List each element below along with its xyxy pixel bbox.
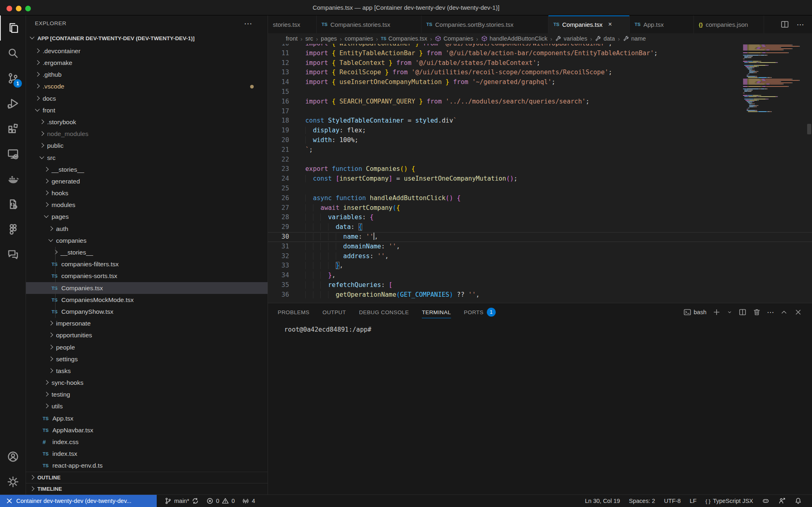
breadcrumb-item-variables[interactable]: variables xyxy=(555,35,587,42)
code-line-24[interactable]: 24 const [insertCompany] = useInsertOneC… xyxy=(268,174,812,184)
tree-folder-tasks[interactable]: tasks xyxy=(26,365,268,377)
tree-folder-.devcontainer[interactable]: .devcontainer xyxy=(26,45,268,57)
maximize-panel-icon[interactable] xyxy=(780,308,788,316)
tree-file-index.tsx[interactable]: TSindex.tsx xyxy=(26,448,268,460)
shell-selector[interactable]: bash xyxy=(683,308,706,316)
editor-tab-Companies.sortBy.stories.tsx[interactable]: TSCompanies.sortBy.stories.tsx xyxy=(421,15,549,33)
eol-status[interactable]: LF xyxy=(685,498,701,504)
notifications-status[interactable] xyxy=(790,497,806,505)
tree-folder-testing[interactable]: testing xyxy=(26,389,268,401)
figma-icon[interactable] xyxy=(0,217,26,242)
indentation-status[interactable]: Spaces: 2 xyxy=(624,498,660,504)
new-terminal-icon[interactable] xyxy=(713,308,721,316)
tree-folder-auth[interactable]: auth xyxy=(26,223,268,235)
tree-folder-.ergomake[interactable]: .ergomake xyxy=(26,57,268,69)
split-editor-icon[interactable] xyxy=(780,20,789,29)
extensions-icon[interactable] xyxy=(0,116,26,141)
code-line-12[interactable]: 12import { TableContext } from '@/ui/tab… xyxy=(268,58,812,68)
tree-folder-generated[interactable]: generated xyxy=(26,175,268,187)
remote-indicator[interactable]: Container dev-twenty-dev (dev-twenty-dev… xyxy=(0,495,157,507)
panel-tab-terminal[interactable]: TERMINAL xyxy=(422,303,451,321)
dev-containers-icon[interactable] xyxy=(0,192,26,217)
editor-scrollbar[interactable] xyxy=(807,124,811,134)
tree-file-Companies.tsx[interactable]: TSCompanies.tsx xyxy=(26,282,268,294)
breadcrumb-item-handleAddButtonClick[interactable]: handleAddButtonClick xyxy=(481,35,548,42)
tree-file-index.css[interactable]: #index.css xyxy=(26,436,268,448)
explorer-icon[interactable] xyxy=(0,15,26,41)
tree-folder-modules[interactable]: modules xyxy=(26,199,268,211)
panel-more-icon[interactable]: ⋯ xyxy=(767,308,774,317)
tree-folder-.github[interactable]: .github xyxy=(26,69,268,81)
editor-tab-stories.tsx[interactable]: stories.tsx xyxy=(268,15,317,33)
code-line-22[interactable]: 22 xyxy=(268,155,812,165)
code-line-10[interactable]: 10import { WithTopBarContainer } from '@… xyxy=(268,44,812,49)
search-icon[interactable] xyxy=(0,41,26,66)
docker-icon[interactable] xyxy=(0,166,26,192)
tree-folder-src[interactable]: src xyxy=(26,152,268,164)
tree-file-App.tsx[interactable]: TSApp.tsx xyxy=(26,412,268,424)
breadcrumb-item-companies[interactable]: companies xyxy=(345,35,373,42)
code-line-20[interactable]: 20 width: 100%; xyxy=(268,136,812,145)
panel-tab-problems[interactable]: PROBLEMS xyxy=(278,303,309,321)
editor-tab-Companies.tsx[interactable]: TSCompanies.tsx× xyxy=(549,15,630,33)
remote-explorer-icon[interactable] xyxy=(0,141,26,166)
tree-folder-__stories__[interactable]: __stories__ xyxy=(26,164,268,175)
cursor-position-status[interactable]: Ln 30, Col 19 xyxy=(581,498,624,504)
code-line-35[interactable]: 35 refetchQueries: [ xyxy=(268,280,812,290)
breadcrumb-item-pages[interactable]: pages xyxy=(321,35,337,42)
minimap[interactable] xyxy=(743,45,804,112)
close-window-button[interactable] xyxy=(6,6,12,11)
tree-folder-companies[interactable]: companies xyxy=(26,235,268,246)
code-line-33[interactable]: 33 }, xyxy=(268,261,812,271)
code-line-13[interactable]: 13import { RecoilScope } from '@/ui/util… xyxy=(268,68,812,78)
workspace-section-header[interactable]: APP [CONTAINER DEV-TWENTY-DEV (DEV-TWENT… xyxy=(26,32,268,45)
code-line-36[interactable]: 36 getOperationName(GET_COMPANIES) ?? ''… xyxy=(268,290,812,300)
tree-folder-settings[interactable]: settings xyxy=(26,353,268,365)
source-control-icon[interactable]: 1 xyxy=(0,66,26,91)
accounts-icon[interactable] xyxy=(0,444,26,469)
tree-file-CompanyShow.tsx[interactable]: TSCompanyShow.tsx xyxy=(26,306,268,317)
code-line-18[interactable]: 18const StyledTableContainer = styled.di… xyxy=(268,116,812,126)
terminal-output[interactable]: root@0a42ecd84891:/app# xyxy=(268,321,812,333)
code-line-25[interactable]: 25 xyxy=(268,184,812,194)
tree-folder-impersonate[interactable]: impersonate xyxy=(26,318,268,330)
code-line-34[interactable]: 34 }, xyxy=(268,271,812,280)
tree-folder-hooks[interactable]: hooks xyxy=(26,188,268,199)
tree-folder-sync-hooks[interactable]: sync-hooks xyxy=(26,377,268,389)
problems-status[interactable]: 0 0 xyxy=(203,495,238,507)
code-line-26[interactable]: 26 async function handleAddButtonClick()… xyxy=(268,194,812,203)
tree-folder-pages[interactable]: pages xyxy=(26,211,268,223)
code-editor[interactable]: 10import { WithTopBarContainer } from '@… xyxy=(268,44,812,303)
tree-file-AppNavbar.tsx[interactable]: TSAppNavbar.tsx xyxy=(26,424,268,436)
more-actions-icon[interactable]: ⋯ xyxy=(797,20,805,29)
branch-status[interactable]: main* xyxy=(161,495,203,507)
code-line-32[interactable]: 32 address: '', xyxy=(268,252,812,261)
run-debug-icon[interactable] xyxy=(0,91,26,116)
tree-folder-.vscode[interactable]: .vscode xyxy=(26,81,268,93)
code-line-28[interactable]: 28 variables: { xyxy=(268,213,812,222)
code-line-29[interactable]: 29 data: { xyxy=(268,222,812,232)
code-line-11[interactable]: 11import { EntityTableActionBar } from '… xyxy=(268,49,812,58)
tree-folder-people[interactable]: people xyxy=(26,341,268,353)
code-line-15[interactable]: 15 xyxy=(268,87,812,97)
tree-file-react-app-env.d.ts[interactable]: TSreact-app-env.d.ts xyxy=(26,460,268,472)
feedback-status[interactable] xyxy=(774,497,790,505)
explorer-more-actions-icon[interactable]: ⋯ xyxy=(244,19,253,28)
panel-tab-debug-console[interactable]: DEBUG CONSOLE xyxy=(359,303,409,321)
tree-folder-utils[interactable]: utils xyxy=(26,401,268,412)
tree-folder-__stories__[interactable]: __stories__ xyxy=(26,246,268,258)
code-line-17[interactable]: 17 xyxy=(268,107,812,117)
close-panel-icon[interactable] xyxy=(794,308,802,316)
code-line-30[interactable]: 30 name: '', xyxy=(268,232,812,242)
tree-file-CompaniesMockMode.tsx[interactable]: TSCompaniesMockMode.tsx xyxy=(26,294,268,306)
panel-tab-ports[interactable]: PORTS1 xyxy=(464,303,496,321)
editor-tab-App.tsx[interactable]: TSApp.tsx xyxy=(630,15,694,33)
code-line-19[interactable]: 19 display: flex; xyxy=(268,126,812,136)
tree-folder-opportunities[interactable]: opportunities xyxy=(26,330,268,341)
comments-icon[interactable] xyxy=(0,242,26,267)
section-timeline[interactable]: TIMELINE xyxy=(26,483,268,494)
editor-tab-Companies.stories.tsx[interactable]: TSCompanies.stories.tsx xyxy=(317,15,421,33)
breadcrumb-item-src[interactable]: src xyxy=(305,35,313,42)
code-line-14[interactable]: 14import { useInsertOneCompanyMutation }… xyxy=(268,78,812,87)
terminal-dropdown-icon[interactable] xyxy=(727,308,732,316)
